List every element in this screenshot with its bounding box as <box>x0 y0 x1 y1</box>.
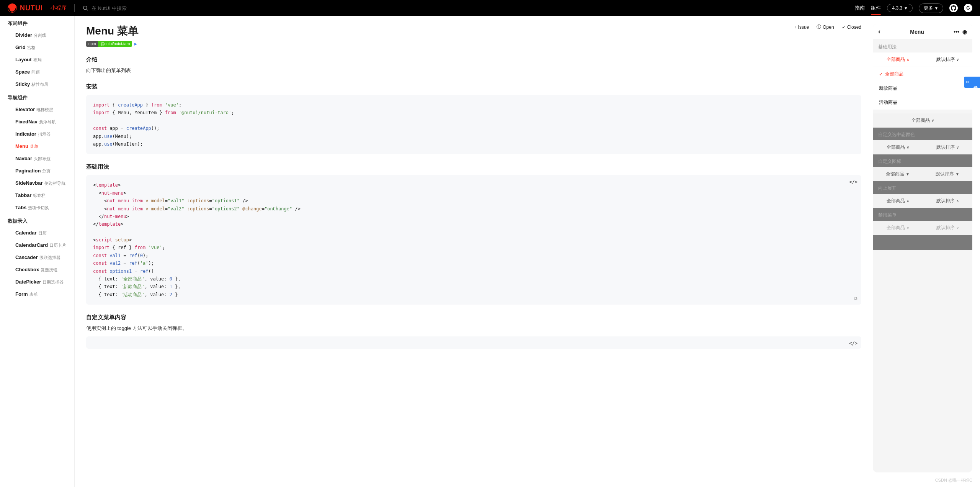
sidebar-group-nav: 导航组件 <box>8 90 74 103</box>
feedback-tab[interactable]: 反馈 ✉ <box>964 77 980 88</box>
menu-option-act[interactable]: 活动商品 <box>873 95 972 110</box>
sidebar-group-input: 数据录入 <box>8 214 74 227</box>
basic-heading: 基础用法 <box>86 163 861 171</box>
menu-cell-all[interactable]: 全部商品∨ <box>873 113 972 128</box>
info-icon: ⓘ <box>817 24 821 30</box>
triangle-down-icon: ▼ <box>906 172 910 176</box>
sidebar-item-datepicker[interactable]: DatePicker日期选择器 <box>8 276 74 288</box>
chevron-up-icon: ∧ <box>956 199 959 203</box>
version-label: 4.3.3 <box>892 5 902 11</box>
demo-menu-bar-2: 全部商品∨ <box>873 113 972 128</box>
demo-menu-bar-4: 全部商品▼ 默认排序▼ <box>873 167 972 181</box>
copy-icon[interactable]: ⧉ <box>854 295 858 302</box>
menu-cell-all[interactable]: 全部商品∧ <box>873 194 923 208</box>
sidebar-item-checkbox[interactable]: Checkbox复选按钮 <box>8 264 74 276</box>
github-icon[interactable] <box>949 4 958 12</box>
menu-cell-sort[interactable]: 默认排序∨ <box>923 140 972 154</box>
sidebar-item-grid[interactable]: Grid宫格 <box>8 41 74 54</box>
menu-cell-sort[interactable]: 默认排序▼ <box>923 167 972 181</box>
sidebar-item-navbar[interactable]: Navbar头部导航 <box>8 152 74 165</box>
sidebar-item-elevator[interactable]: Elevator电梯楼层 <box>8 103 74 116</box>
demo-menu-bar-5: 全部商品∧ 默认排序∧ <box>873 194 972 208</box>
sidebar-item-cascader[interactable]: Cascader级联选择器 <box>8 251 74 264</box>
logo[interactable]: NUTUI <box>8 3 43 13</box>
more-selector[interactable]: 更多 ▼ <box>919 3 943 13</box>
preview-body[interactable]: 基础用法 全部商品∧ 默认排序∨ ✓全部商品 新款商品 活动商品 全部商品∨ 自… <box>873 40 972 472</box>
menu-cell-all[interactable]: 全部商品▼ <box>873 167 923 181</box>
code-toggle-icon[interactable]: </> <box>849 178 858 186</box>
closed-issues-button[interactable]: ✓Closed <box>842 24 861 30</box>
more-label: 更多 <box>924 5 933 11</box>
sidebar[interactable]: 布局组件 Divider分割线 Grid宫格 Layout布局 Space间距 … <box>0 16 75 487</box>
flag-icon: ▸ <box>134 41 137 47</box>
nav-components[interactable]: 组件 <box>871 5 881 11</box>
logo-icon <box>8 3 17 13</box>
sidebar-item-divider[interactable]: Divider分割线 <box>8 29 74 41</box>
logo-text: NUTUI <box>20 4 43 12</box>
sidebar-item-sticky[interactable]: Sticky粘性布局 <box>8 78 74 90</box>
menu-cell-sort[interactable]: 默认排序∨ <box>923 52 972 67</box>
sidebar-item-pagination[interactable]: Pagination分页 <box>8 165 74 177</box>
sidebar-item-tabs[interactable]: Tabs选项卡切换 <box>8 202 74 214</box>
main-layout: 布局组件 Divider分割线 Grid宫格 Layout布局 Space间距 … <box>0 16 980 487</box>
nav-guide[interactable]: 指南 <box>855 5 865 11</box>
sidebar-item-form[interactable]: Form表单 <box>8 288 74 300</box>
content-header: Menu 菜单 npm @nutui/nutui-taro ▸ +Issue ⓘ… <box>86 24 861 47</box>
custom-heading: 自定义菜单内容 <box>86 314 861 321</box>
menu-cell-all[interactable]: 全部商品∨ <box>873 140 923 154</box>
app-header: NUTUI 小程序 指南 组件 4.3.3 ▼ 更多 ▼ G <box>0 0 980 16</box>
sidebar-item-fixednav[interactable]: FixedNav悬浮导航 <box>8 116 74 128</box>
demo-menu-bar-3: 全部商品∨ 默认排序∨ <box>873 140 972 154</box>
sidebar-item-space[interactable]: Space间距 <box>8 66 74 78</box>
gitee-icon[interactable]: G <box>964 4 972 12</box>
menu-dropdown: ✓全部商品 新款商品 活动商品 <box>873 67 972 110</box>
message-icon: ✉ <box>965 80 970 85</box>
menu-cell-all[interactable]: 全部商品∧ <box>873 52 923 67</box>
search-input[interactable] <box>91 5 168 11</box>
chevron-down-icon: ▼ <box>934 6 938 10</box>
check-icon: ✓ <box>879 72 883 77</box>
sidebar-item-calendarcard[interactable]: CalendarCard日历卡片 <box>8 239 74 251</box>
npm-badge[interactable]: npm @nutui/nutui-taro ▸ <box>86 41 139 47</box>
intro-heading: 介绍 <box>86 56 861 63</box>
sidebar-item-sidenavbar[interactable]: SideNavbar侧边栏导航 <box>8 177 74 189</box>
add-issue-button[interactable]: +Issue <box>794 24 809 30</box>
content-area[interactable]: Menu 菜单 npm @nutui/nutui-taro ▸ +Issue ⓘ… <box>75 16 873 487</box>
menu-cell-sort[interactable]: 默认排序∧ <box>923 194 972 208</box>
sidebar-item-indicator[interactable]: Indicator指示器 <box>8 128 74 140</box>
plus-icon: + <box>794 25 797 30</box>
menu-option-all[interactable]: ✓全部商品 <box>873 67 972 81</box>
target-icon[interactable]: ◉ <box>962 29 967 35</box>
open-issues-button[interactable]: ⓘOpen <box>817 24 834 30</box>
menu-option-new[interactable]: 新款商品 <box>873 81 972 95</box>
chevron-down-icon: ▼ <box>904 6 908 10</box>
install-heading: 安装 <box>86 83 861 90</box>
badge-npm-label: npm <box>86 41 98 47</box>
search-icon <box>82 5 88 11</box>
intro-text: 向下弹出的菜单列表 <box>86 67 861 74</box>
chevron-up-icon: ∧ <box>906 57 909 62</box>
demo-disabled-label: 禁用菜单 <box>873 208 972 221</box>
code-install: import { createApp } from 'vue'; import … <box>86 95 861 154</box>
menu-cell-sort-disabled: 默认排序∨ <box>923 221 972 235</box>
svg-point-0 <box>83 6 87 10</box>
demo-menu-bar: 全部商品∧ 默认排序∨ <box>873 52 972 67</box>
chevron-down-icon: ∨ <box>906 226 909 230</box>
issue-links: +Issue ⓘOpen ✓Closed <box>794 24 861 30</box>
platform-tag[interactable]: 小程序 <box>51 5 67 11</box>
sidebar-item-menu[interactable]: Menu菜单 <box>8 140 74 152</box>
demo-color-label: 自定义选中态颜色 <box>873 128 972 140</box>
sidebar-item-calendar[interactable]: Calendar日历 <box>8 227 74 239</box>
demo-menu-bar-6: 全部商品∨ 默认排序∨ <box>873 221 972 235</box>
chevron-down-icon: ∨ <box>931 118 934 123</box>
demo-up-label: 向上展开 <box>873 181 972 194</box>
version-selector[interactable]: 4.3.3 ▼ <box>887 4 913 12</box>
chevron-down-icon: ∨ <box>906 145 909 149</box>
code-toggle-icon[interactable]: </> <box>849 339 858 347</box>
search[interactable] <box>82 5 168 11</box>
header-right: 指南 组件 4.3.3 ▼ 更多 ▼ G <box>855 3 972 13</box>
more-icon[interactable]: ••• <box>954 29 959 35</box>
sidebar-item-layout[interactable]: Layout布局 <box>8 54 74 66</box>
sidebar-item-tabbar[interactable]: Tabbar标签栏 <box>8 189 74 202</box>
preview-mask[interactable]: 全部商品∨ 自定义选中态颜色 全部商品∨ 默认排序∨ 自定义图标 全部商品▼ 默… <box>873 113 972 250</box>
